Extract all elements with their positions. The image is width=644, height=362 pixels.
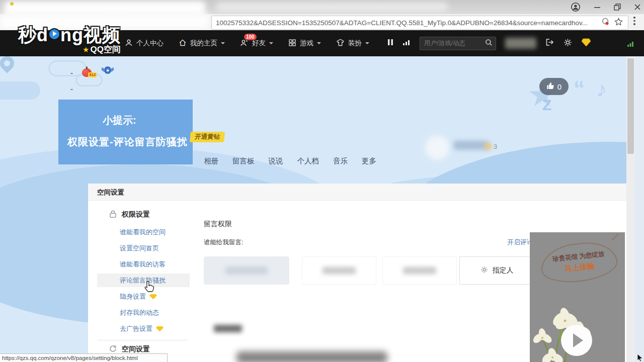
chevron-down-icon bbox=[317, 42, 321, 46]
sidebar-item-who-can-see-visitors[interactable]: 谁能看我的访客 bbox=[120, 260, 166, 269]
restore-icon[interactable] bbox=[614, 4, 621, 11]
blurred-nickname bbox=[454, 141, 488, 150]
shirt-icon bbox=[336, 39, 345, 48]
browser-menu-icon[interactable] bbox=[633, 17, 635, 27]
home-icon bbox=[179, 39, 187, 48]
tab-message-board[interactable]: 留言板 bbox=[232, 156, 255, 166]
link-label: 谁能看我的访客 bbox=[120, 260, 166, 269]
nav-item-friends[interactable]: 100 好友 bbox=[240, 39, 273, 48]
apple-level-badge: 412 bbox=[88, 72, 97, 77]
video-watermark-logo: 秒dng视频 ★QQ空间 bbox=[18, 26, 121, 54]
tab-more[interactable]: 更多 bbox=[362, 156, 376, 166]
nav-item-dressup[interactable]: 装扮 bbox=[336, 39, 369, 48]
level-digit: 3 bbox=[494, 143, 497, 150]
play-button[interactable] bbox=[561, 325, 592, 356]
section-label: 权限设置 bbox=[122, 210, 150, 219]
leaf-shape: 珍贵花馆 为您绽放 马上体验 bbox=[539, 239, 619, 285]
nav-item-my-home[interactable]: 我的主页 bbox=[179, 39, 225, 48]
sidebar-item-archive-feeds[interactable]: 封存我的动态 bbox=[120, 308, 159, 317]
blurred-option-text bbox=[403, 267, 436, 274]
section-label: 空间设置 bbox=[122, 345, 150, 354]
quote-decoration: “ bbox=[574, 76, 585, 102]
browser-status-bar: https://qzs.qq.com/qzone/v8/pages/settin… bbox=[0, 353, 168, 362]
page-right-margin bbox=[635, 56, 644, 362]
play-triangle-icon bbox=[573, 333, 583, 347]
profile-icon[interactable] bbox=[571, 2, 581, 12]
thumbs-up-icon bbox=[546, 82, 554, 91]
mouse-arrow-cursor bbox=[637, 353, 643, 362]
like-count: 0 bbox=[557, 82, 561, 91]
watermark-text2: ng视频 bbox=[60, 25, 121, 45]
url-bar[interactable]: 1002575332&ADSESSION=1535250507&ADTAG=CL… bbox=[211, 16, 628, 30]
specified-person-label: 指定人 bbox=[493, 266, 514, 275]
star-icon: ★ bbox=[83, 45, 89, 54]
tab-favicon-dot bbox=[10, 2, 14, 6]
svg-text:★: ★ bbox=[106, 68, 110, 73]
sidebar-divider bbox=[97, 340, 188, 340]
scrollbar-thumb[interactable] bbox=[627, 58, 634, 154]
screen: 1002575332&ADSESSION=1535250507&ADTAG=CL… bbox=[0, 0, 644, 362]
nav-item-label: 游戏 bbox=[300, 39, 313, 48]
logout-icon[interactable] bbox=[545, 38, 554, 48]
open-yellow-diamond-button[interactable]: 开通黄钻 bbox=[190, 132, 225, 142]
option-card-blurred[interactable] bbox=[382, 256, 457, 285]
status-url-text: https://qzs.qq.com/qzone/v8/pages/settin… bbox=[0, 355, 138, 361]
nav-item-games[interactable]: 游戏 bbox=[288, 39, 321, 48]
sidebar-section-space-settings: 空间设置 bbox=[109, 344, 150, 354]
nav-item-label: 好友 bbox=[252, 39, 266, 48]
blurred-option-text bbox=[323, 267, 356, 274]
gear-icon[interactable] bbox=[564, 38, 572, 49]
blurred-avatar bbox=[425, 136, 449, 160]
content-question-label: 谁能给我留言: bbox=[204, 238, 243, 247]
like-counter[interactable]: 0 bbox=[539, 78, 569, 95]
pause-icon[interactable] bbox=[387, 39, 393, 48]
grid-icon bbox=[288, 39, 296, 48]
content-title: 留言权限 bbox=[204, 220, 232, 229]
friends-count-badge: 100 bbox=[244, 34, 257, 40]
tip-text: 权限设置-评论留言防骚扰 bbox=[67, 135, 193, 149]
blurred-section-label bbox=[214, 325, 242, 332]
profile-tabs: 相册 留言板 说说 个人档 音乐 更多 bbox=[204, 156, 376, 166]
search-input[interactable] bbox=[423, 39, 485, 47]
nav-item-personal-center[interactable]: 个人中心 bbox=[125, 39, 164, 48]
sidebar-item-comment-anti-harassment[interactable]: 评论留言防骚扰 bbox=[120, 276, 166, 285]
link-label: 评论留言防骚扰 bbox=[120, 276, 166, 285]
tab-shuoshuo[interactable]: 说说 bbox=[269, 156, 283, 166]
blurred-level-icon bbox=[484, 143, 492, 150]
site-info-icon[interactable] bbox=[601, 18, 609, 28]
link-label: 封存我的动态 bbox=[120, 308, 159, 317]
panel-header: 空间设置 bbox=[88, 184, 626, 201]
ad-cta[interactable]: 马上体验 bbox=[564, 261, 595, 274]
sidebar-item-remove-ads[interactable]: 去广告设置 bbox=[120, 324, 164, 333]
option-card-selected-blurred[interactable] bbox=[204, 256, 289, 285]
diamond-icon bbox=[156, 326, 164, 332]
nav-item-label: 我的主页 bbox=[190, 39, 217, 48]
sidebar-item-who-can-see-space[interactable]: 谁能看我的空间 bbox=[120, 228, 166, 237]
play-icon bbox=[48, 28, 60, 40]
watermark-sub: QQ空间 bbox=[91, 45, 121, 54]
diamond-vip-icon[interactable] bbox=[581, 38, 591, 49]
watermark-text: 秒d bbox=[18, 25, 48, 45]
tab-albums[interactable]: 相册 bbox=[204, 156, 218, 166]
tip-title: 小提示: bbox=[103, 114, 193, 127]
nav-item-label: 个人中心 bbox=[136, 39, 164, 48]
link-label: 设置空间首页 bbox=[120, 244, 159, 253]
minimize-icon[interactable] bbox=[594, 4, 601, 11]
search-box[interactable] bbox=[420, 37, 496, 50]
chevron-down-icon bbox=[365, 42, 369, 46]
url-text[interactable]: 1002575332&ADSESSION=1535250507&ADTAG=CL… bbox=[212, 19, 601, 27]
music-bars-icon[interactable] bbox=[403, 39, 411, 48]
option-card-blurred[interactable] bbox=[302, 256, 376, 285]
link-label: 谁能看我的空间 bbox=[120, 228, 166, 237]
tab-music[interactable]: 音乐 bbox=[333, 156, 348, 166]
nav-item-label: 装扮 bbox=[348, 39, 362, 48]
close-icon[interactable] bbox=[634, 4, 641, 11]
flower-ad-overlay[interactable]: 珍贵花馆 为您绽放 马上体验 bbox=[530, 232, 625, 362]
option-card-specified-person[interactable]: 指定人 bbox=[459, 256, 534, 285]
dash-text: - bbox=[70, 68, 73, 77]
tab-profile[interactable]: 个人档 bbox=[297, 156, 319, 166]
sidebar-item-homepage-setting[interactable]: 设置空间首页 bbox=[120, 244, 159, 253]
bookmark-star-icon[interactable] bbox=[614, 18, 623, 28]
blurred-username bbox=[505, 38, 536, 49]
search-icon[interactable] bbox=[485, 39, 493, 48]
